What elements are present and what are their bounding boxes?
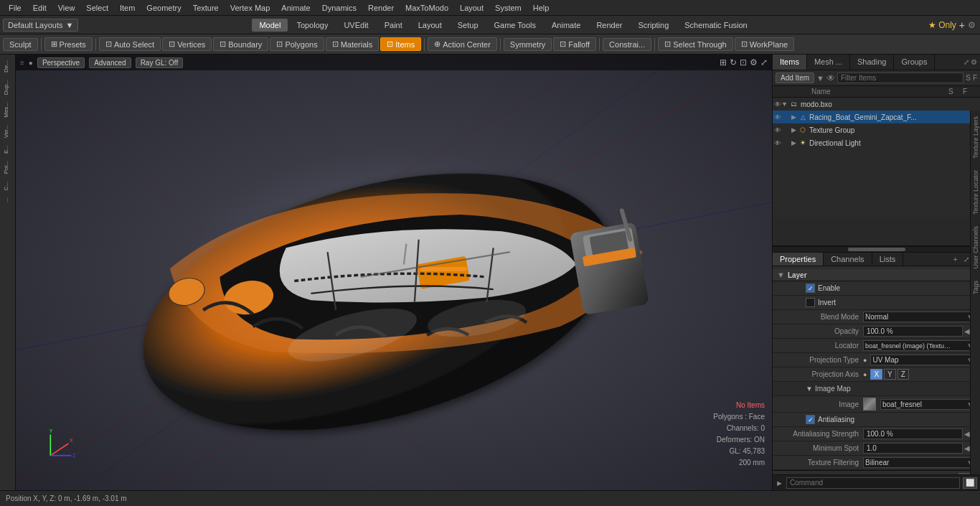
menu-dynamics[interactable]: Dynamics: [316, 2, 362, 14]
item-row-texture-group[interactable]: 👁 ▶ ⬡ Texture Group: [773, 123, 980, 136]
tab-mesh[interactable]: Mesh ...: [807, 55, 850, 70]
command-input[interactable]: [786, 477, 960, 489]
sidebar-tab-4[interactable]: E...: [1, 142, 14, 156]
menu-edit[interactable]: Edit: [27, 2, 52, 14]
items-button[interactable]: ⊡ Items: [380, 37, 421, 51]
auto-select-button[interactable]: ⊡ Auto Select: [99, 37, 161, 51]
boundary-button[interactable]: ⊡ Boundary: [213, 37, 268, 51]
sidebar-tab-5[interactable]: Pol...: [1, 158, 14, 177]
menu-vertex-map[interactable]: Vertex Map: [225, 2, 276, 14]
menu-file[interactable]: File: [3, 2, 27, 14]
presets-button[interactable]: ⊞ Presets: [44, 37, 93, 51]
viewport-menu-icon[interactable]: ≡: [20, 59, 24, 67]
tab-animate[interactable]: Animate: [545, 19, 588, 32]
menu-texture[interactable]: Texture: [187, 2, 225, 14]
eye-icon-2[interactable]: 👁: [774, 126, 781, 134]
sidebar-tab-7[interactable]: ...: [1, 195, 14, 205]
sidebar-tab-2[interactable]: Mes...: [1, 99, 14, 121]
tab-scripting[interactable]: Scripting: [631, 19, 676, 32]
viewport[interactable]: ≡ ● Perspective Advanced Ray GL: Off ⊞ ↻…: [16, 55, 772, 490]
image-dropdown[interactable]: boat_fresnel ▼: [880, 399, 976, 410]
sidebar-tab-6[interactable]: C...: [1, 179, 14, 193]
sidebar-tab-3[interactable]: Ver...: [1, 122, 14, 141]
edge-tab-texture-locator[interactable]: Texture Locator: [971, 164, 980, 220]
add-layout-button[interactable]: +: [959, 19, 965, 31]
tab-uvedit[interactable]: UVEdit: [336, 19, 375, 32]
tab-items[interactable]: Items: [773, 55, 807, 70]
materials-button[interactable]: ⊡ Materials: [326, 37, 380, 51]
expand-icon-2[interactable]: ▶: [791, 126, 796, 133]
layer-expand-icon[interactable]: ▼: [777, 271, 785, 279]
tab-lists[interactable]: Lists: [872, 253, 904, 266]
filter-flag-icon[interactable]: F: [973, 74, 977, 82]
menu-select[interactable]: Select: [80, 2, 114, 14]
add-item-button[interactable]: Add Item: [776, 72, 814, 83]
menu-geometry[interactable]: Geometry: [141, 2, 187, 14]
eye-icon-0[interactable]: 👁: [774, 100, 781, 108]
layout-selector[interactable]: Default Layouts ▼: [3, 19, 78, 32]
star-button[interactable]: ★ Only: [928, 20, 956, 30]
menu-item[interactable]: Item: [114, 2, 141, 14]
antialiasing-checkbox[interactable]: ✓: [806, 415, 815, 424]
tab-channels[interactable]: Channels: [824, 253, 872, 266]
filter-items-input[interactable]: [837, 72, 963, 83]
viewport-maximize-icon[interactable]: ⤢: [760, 57, 768, 67]
menu-render[interactable]: Render: [362, 2, 400, 14]
invert-checkbox[interactable]: [806, 298, 815, 307]
props-expand-icon[interactable]: ⤢: [963, 256, 969, 263]
eye-icon-1[interactable]: 👁: [774, 113, 781, 121]
edge-tab-texture-layers[interactable]: Texture Layers: [971, 111, 980, 164]
item-row-mesh[interactable]: 👁 ▶ △ Racing_Boat_Gemini_Zapcat_F...: [773, 111, 980, 123]
texture-filtering-dropdown[interactable]: Bilinear ▼: [863, 457, 976, 468]
sculpt-button[interactable]: Sculpt: [3, 38, 38, 51]
panel-settings-icon[interactable]: ⚙: [971, 58, 977, 66]
menu-system[interactable]: System: [489, 2, 527, 14]
projection-type-dropdown[interactable]: UV Map ▼: [870, 355, 976, 365]
menu-animate[interactable]: Animate: [275, 2, 316, 14]
menu-view[interactable]: View: [52, 2, 81, 14]
blend-mode-dropdown[interactable]: Normal ▼: [863, 311, 976, 322]
viewport-rotate-icon[interactable]: ↻: [730, 57, 737, 67]
expand-icon-1[interactable]: ▶: [791, 113, 796, 121]
expand-icon-3[interactable]: ▶: [791, 139, 796, 146]
opacity-input[interactable]: [863, 326, 963, 337]
viewport-perspective-button[interactable]: Perspective: [37, 57, 85, 68]
symmetry-button[interactable]: Symmetry: [504, 38, 552, 51]
settings-icon[interactable]: ⚙: [968, 20, 976, 30]
viewport-raygl-button[interactable]: Ray GL: Off: [136, 57, 184, 68]
min-spot-input[interactable]: [863, 443, 963, 454]
sidebar-tab-1[interactable]: Dup...: [1, 77, 14, 98]
image-map-expand-icon[interactable]: ▼: [806, 385, 813, 393]
tab-shading[interactable]: Shading: [850, 55, 894, 70]
items-scrollbar[interactable]: [773, 246, 980, 252]
add-tab-button[interactable]: +: [948, 253, 963, 266]
panel-expand-icon[interactable]: ⤢: [963, 58, 969, 66]
viewport-fit-icon[interactable]: ⊡: [740, 57, 747, 67]
item-row-modob xo[interactable]: 👁 ▼ 🗂 modo.bxo: [773, 98, 980, 111]
menu-help[interactable]: Help: [527, 2, 555, 14]
menu-maxtomodo[interactable]: MaxToModo: [400, 2, 454, 14]
tab-setup[interactable]: Setup: [451, 19, 486, 32]
locator-dropdown[interactable]: boat_fresnel (Image) (Texture) ▼: [863, 340, 976, 351]
filter-expand-icon[interactable]: S: [966, 74, 971, 82]
axis-x-button[interactable]: X: [870, 369, 882, 380]
tab-paint[interactable]: Paint: [377, 19, 410, 32]
command-go-button[interactable]: ⬜: [963, 477, 977, 489]
tab-game-tools[interactable]: Game Tools: [487, 19, 544, 32]
workplane-button[interactable]: ⊡ WorkPlane: [735, 37, 795, 51]
axis-y-button[interactable]: Y: [884, 369, 896, 380]
expand-icon-0[interactable]: ▼: [781, 100, 788, 108]
tab-model[interactable]: Model: [252, 19, 288, 32]
eye-icon-3[interactable]: 👁: [774, 139, 781, 147]
tab-groups[interactable]: Groups: [894, 55, 935, 70]
enable-checkbox[interactable]: ✓: [806, 284, 815, 293]
boat-scene[interactable]: No Items Polygons : Face Channels: 0 Def…: [16, 55, 772, 490]
vertices-button[interactable]: ⊡ Vertices: [162, 37, 212, 51]
constraints-button[interactable]: Constrai...: [603, 38, 651, 51]
action-center-button[interactable]: ⊕ Action Center: [428, 37, 497, 51]
viewport-frame-icon[interactable]: ⊞: [720, 57, 727, 67]
viewport-settings-icon[interactable]: ⚙: [750, 57, 758, 67]
tab-render[interactable]: Render: [589, 19, 629, 32]
add-item-arrow[interactable]: ▼: [816, 74, 824, 83]
viewport-shading-button[interactable]: Advanced: [89, 57, 131, 68]
